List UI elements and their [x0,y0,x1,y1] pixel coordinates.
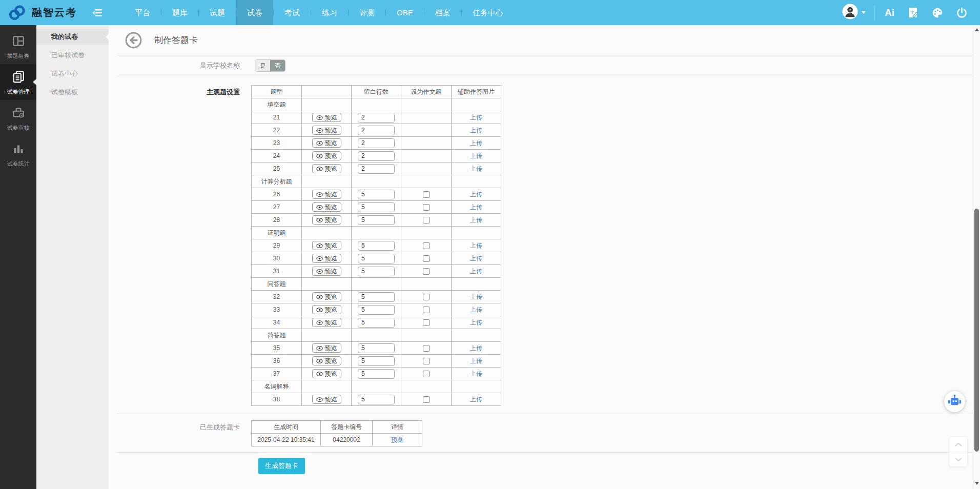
toggle-no-button[interactable]: 否 [270,60,285,71]
blank-lines-input-38[interactable] [358,395,395,404]
blank-lines-input-25[interactable] [358,164,395,174]
scroll-up-button[interactable] [949,437,967,452]
blank-lines-input-30[interactable] [358,254,395,263]
blank-lines-input-28[interactable] [358,215,395,225]
sidebar-item-draw-assemble[interactable]: 抽题组卷 [0,28,36,64]
ai-assistant-icon[interactable]: Ai [885,7,894,18]
upload-link-28[interactable]: 上传 [470,216,482,223]
nav-item-task-center[interactable]: 任务中心 [462,0,514,25]
blank-lines-input-33[interactable] [358,305,395,315]
nav-item-archives[interactable]: 档案 [424,0,461,25]
toggle-yes-button[interactable]: 是 [255,60,270,71]
scrollbar-thumb[interactable] [974,209,979,452]
preview-button-22[interactable]: 预览 [312,126,341,135]
essay-checkbox-28[interactable] [423,217,430,223]
power-logout-icon[interactable] [956,7,968,18]
essay-checkbox-32[interactable] [423,294,430,300]
preview-button-34[interactable]: 预览 [312,318,341,327]
essay-checkbox-33[interactable] [423,307,430,313]
upload-link-31[interactable]: 上传 [470,268,482,275]
upload-link-37[interactable]: 上传 [470,370,482,377]
upload-link-34[interactable]: 上传 [470,319,482,326]
generate-card-button[interactable]: 生成答题卡 [258,458,305,474]
back-button[interactable] [125,32,142,49]
preview-button-36[interactable]: 预览 [312,356,341,365]
preview-button-31[interactable]: 预览 [312,267,341,276]
question-note-icon[interactable]: ? [908,7,919,19]
preview-button-28[interactable]: 预览 [312,215,341,225]
blank-lines-input-31[interactable] [358,267,395,276]
upload-link-38[interactable]: 上传 [470,396,482,403]
subsidebar-item-paper-templates[interactable]: 试卷模板 [36,85,109,100]
essay-checkbox-34[interactable] [423,319,430,326]
essay-checkbox-31[interactable] [423,268,430,275]
menu-collapse-icon[interactable] [92,9,103,17]
sidebar-item-paper-manage[interactable]: 试卷管理 [0,64,36,100]
blank-lines-input-24[interactable] [358,151,395,161]
blank-lines-input-37[interactable] [358,369,395,379]
preview-button-32[interactable]: 预览 [312,292,341,301]
nav-item-platform[interactable]: 平台 [124,0,161,25]
assistant-robot-button[interactable] [944,391,965,412]
nav-item-evaluation[interactable]: 评测 [349,0,385,25]
nav-item-exams[interactable]: 考试 [274,0,311,25]
blank-lines-input-36[interactable] [358,356,395,366]
user-menu[interactable]: ? [842,4,866,22]
preview-button-25[interactable]: 预览 [312,164,341,173]
upload-link-36[interactable]: 上传 [470,357,482,364]
scrollbar-up-arrow[interactable] [975,28,979,31]
blank-lines-input-32[interactable] [358,292,395,302]
nav-item-question-bank[interactable]: 题库 [161,0,198,25]
subsidebar-item-paper-center[interactable]: 试卷中心 [36,66,109,82]
essay-checkbox-37[interactable] [423,371,430,377]
preview-button-37[interactable]: 预览 [312,369,341,378]
upload-link-25[interactable]: 上传 [470,165,482,172]
scrollbar-down-arrow[interactable] [975,482,979,485]
upload-link-29[interactable]: 上传 [470,242,482,249]
essay-checkbox-30[interactable] [423,255,430,262]
essay-checkbox-36[interactable] [423,358,430,364]
nav-item-papers[interactable]: 试卷 [236,0,273,25]
upload-link-27[interactable]: 上传 [470,203,482,211]
preview-button-21[interactable]: 预览 [312,113,341,122]
preview-button-33[interactable]: 预览 [312,305,341,314]
essay-checkbox-26[interactable] [423,191,430,198]
upload-link-35[interactable]: 上传 [470,344,482,352]
blank-lines-input-21[interactable] [358,113,395,123]
upload-link-32[interactable]: 上传 [470,293,482,300]
preview-button-26[interactable]: 预览 [312,190,341,199]
essay-checkbox-35[interactable] [423,345,430,352]
upload-link-30[interactable]: 上传 [470,255,482,262]
blank-lines-input-23[interactable] [358,138,395,148]
preview-button-29[interactable]: 预览 [312,241,341,250]
theme-palette-icon[interactable] [931,7,944,18]
preview-button-23[interactable]: 预览 [312,138,341,148]
subsidebar-item-my-papers[interactable]: 我的试卷 [36,29,109,45]
blank-lines-input-29[interactable] [358,241,395,251]
blank-lines-input-22[interactable] [358,126,395,135]
essay-checkbox-27[interactable] [423,204,430,211]
blank-lines-input-34[interactable] [358,318,395,328]
preview-button-30[interactable]: 预览 [312,254,341,263]
blank-lines-input-26[interactable] [358,190,395,199]
preview-button-35[interactable]: 预览 [312,343,341,353]
scroll-down-button[interactable] [949,452,967,466]
page-scrollbar[interactable] [973,25,980,489]
preview-button-24[interactable]: 预览 [312,151,341,160]
upload-link-26[interactable]: 上传 [470,191,482,198]
upload-link-33[interactable]: 上传 [470,306,482,313]
upload-link-22[interactable]: 上传 [470,127,482,134]
upload-link-21[interactable]: 上传 [470,114,482,121]
preview-button-27[interactable]: 预览 [312,202,341,212]
upload-link-24[interactable]: 上传 [470,152,482,159]
sidebar-item-paper-review[interactable]: 试卷审核 [0,100,36,136]
blank-lines-input-27[interactable] [358,202,395,212]
subsidebar-item-reviewed-papers[interactable]: 已审核试卷 [36,48,109,63]
nav-item-practice[interactable]: 练习 [311,0,348,25]
nav-item-obe[interactable]: OBE [386,0,424,25]
blank-lines-input-35[interactable] [358,343,395,353]
nav-item-questions[interactable]: 试题 [199,0,236,25]
essay-checkbox-38[interactable] [423,396,430,403]
brand[interactable]: 融智云考 [0,4,77,22]
essay-checkbox-29[interactable] [423,242,430,249]
